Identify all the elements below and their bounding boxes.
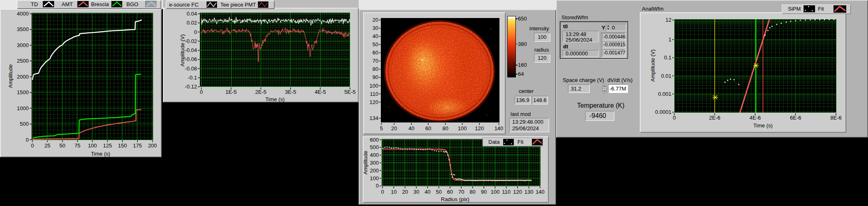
svg-text:134: 134 [369, 115, 378, 121]
svg-text:5E-5: 5E-5 [344, 89, 355, 95]
svg-text:50: 50 [436, 189, 442, 195]
svg-text:1E-5: 1E-5 [225, 89, 236, 95]
svg-text:Radius (pix): Radius (pix) [441, 196, 469, 202]
svg-text:100: 100 [370, 175, 379, 181]
svg-text:3E-5: 3E-5 [285, 89, 296, 95]
svg-text:600: 600 [370, 137, 379, 143]
svg-text:40: 40 [408, 125, 414, 131]
svg-text:140: 140 [495, 125, 504, 131]
svg-text:40: 40 [373, 33, 378, 39]
svg-text:200: 200 [370, 168, 379, 174]
svg-text:400: 400 [370, 152, 379, 158]
svg-text:0.0001: 0.0001 [655, 109, 671, 115]
svg-text:110: 110 [502, 189, 511, 195]
svg-text:0: 0 [200, 89, 203, 95]
svg-text:1000: 1000 [17, 105, 29, 111]
svg-text:90: 90 [481, 189, 487, 195]
svg-text:30: 30 [413, 189, 419, 195]
svg-text:0.04: 0.04 [187, 11, 197, 17]
svg-text:3500: 3500 [17, 26, 29, 32]
svg-text:0: 0 [673, 115, 676, 121]
svg-text:-0.04: -0.04 [185, 47, 197, 53]
svg-text:0: 0 [26, 137, 29, 143]
svg-text:110: 110 [370, 91, 378, 97]
svg-text:4E-5: 4E-5 [315, 89, 326, 95]
svg-text:25: 25 [44, 143, 50, 149]
svg-text:Amplitude (V): Amplitude (V) [179, 34, 186, 67]
svg-text:0.01: 0.01 [661, 73, 671, 79]
svg-text:175: 175 [133, 143, 142, 149]
svg-text:-0.06: -0.06 [185, 56, 197, 62]
svg-text:4E-6: 4E-6 [749, 115, 760, 121]
svg-text:120: 120 [369, 99, 378, 105]
svg-text:Amplitude: Amplitude [7, 64, 14, 88]
svg-text:Time (s): Time (s) [265, 96, 284, 102]
svg-text:0: 0 [194, 29, 197, 35]
svg-text:Fit: Fit [518, 139, 524, 145]
svg-text:2000: 2000 [17, 74, 29, 80]
svg-text:0.001: 0.001 [658, 91, 671, 97]
svg-text:75: 75 [74, 143, 80, 149]
svg-text:20: 20 [391, 125, 397, 131]
svg-text:60: 60 [425, 125, 431, 131]
svg-text:90: 90 [373, 74, 378, 80]
svg-text:500: 500 [370, 144, 379, 150]
svg-text:-0.02: -0.02 [185, 38, 197, 44]
svg-text:120: 120 [513, 189, 522, 195]
svg-text:-0.12: -0.12 [185, 84, 197, 90]
svg-text:80: 80 [469, 189, 475, 195]
svg-text:2500: 2500 [17, 58, 29, 64]
svg-text:Amplitude: Amplitude [363, 151, 369, 174]
svg-text:-0.08: -0.08 [185, 66, 197, 72]
svg-text:100: 100 [490, 189, 499, 195]
svg-text:150: 150 [118, 143, 127, 149]
svg-text:1500: 1500 [17, 89, 29, 95]
svg-text:10: 10 [391, 189, 396, 195]
svg-text:0: 0 [381, 189, 384, 195]
svg-text:60: 60 [373, 50, 378, 56]
svg-text:0: 0 [31, 143, 34, 149]
svg-text:0: 0 [376, 183, 379, 189]
svg-text:140: 140 [536, 189, 545, 195]
svg-text:80: 80 [442, 125, 448, 131]
svg-text:70: 70 [373, 58, 378, 64]
svg-text:0.1: 0.1 [664, 54, 671, 61]
svg-text:500: 500 [20, 121, 29, 127]
svg-text:70: 70 [458, 189, 464, 195]
svg-text:20: 20 [373, 17, 378, 23]
svg-text:0.02: 0.02 [187, 20, 197, 26]
svg-text:100: 100 [458, 125, 467, 131]
svg-text:1: 1 [669, 36, 671, 43]
svg-text:Time (s): Time (s) [753, 122, 772, 129]
svg-text:12: 12 [666, 17, 671, 23]
svg-text:125: 125 [103, 143, 112, 149]
svg-text:6E-6: 6E-6 [790, 115, 801, 121]
svg-text:100: 100 [88, 143, 97, 149]
svg-text:4000: 4000 [17, 11, 29, 17]
svg-text:120: 120 [475, 125, 484, 131]
svg-text:80: 80 [373, 66, 378, 72]
svg-text:50: 50 [60, 143, 65, 149]
svg-text:300: 300 [370, 160, 379, 166]
svg-text:2E-6: 2E-6 [709, 115, 720, 121]
svg-text:Time (s): Time (s) [91, 151, 110, 157]
svg-text:5: 5 [380, 125, 383, 131]
svg-text:3000: 3000 [17, 42, 29, 48]
svg-text:30: 30 [373, 25, 378, 31]
svg-text:-0.1: -0.1 [188, 75, 197, 81]
svg-text:20: 20 [402, 189, 408, 195]
svg-text:2E-5: 2E-5 [255, 89, 266, 95]
svg-text:8E-6: 8E-6 [830, 115, 841, 121]
svg-text:100: 100 [369, 83, 378, 89]
svg-text:Data: Data [488, 139, 500, 145]
svg-text:60: 60 [447, 189, 453, 195]
svg-text:Amplitude (V): Amplitude (V) [650, 50, 656, 82]
svg-text:130: 130 [524, 189, 534, 195]
svg-text:40: 40 [425, 189, 431, 195]
svg-text:200: 200 [148, 143, 157, 149]
svg-text:50: 50 [373, 41, 378, 48]
